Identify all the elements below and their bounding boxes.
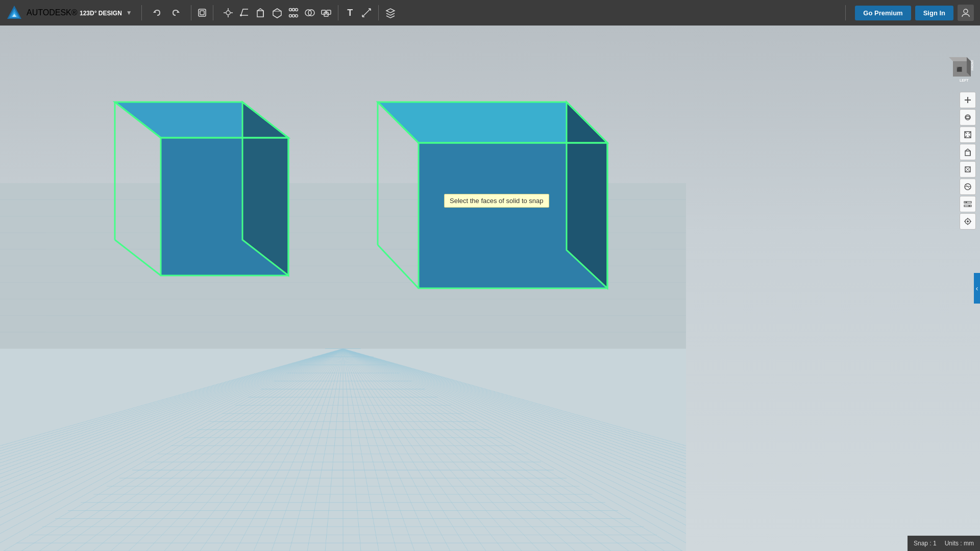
3d-viewport[interactable]: Select the faces of solid to snap LEFT F… xyxy=(0,26,980,551)
render-settings-icon xyxy=(964,200,972,208)
sign-in-button[interactable]: Sign In xyxy=(915,6,953,20)
product-name: 123D° DESIGN xyxy=(80,10,122,17)
wireframe-button[interactable] xyxy=(960,161,976,178)
svg-point-29 xyxy=(964,9,968,13)
shading-icon xyxy=(964,183,972,191)
orbit-button[interactable] xyxy=(960,109,976,126)
toolbar: AUTODESK® 123D° DESIGN ▼ xyxy=(0,0,980,26)
primitives-icon xyxy=(255,7,266,18)
svg-marker-16 xyxy=(273,9,281,18)
app-name-text: AUTODESK® 123D° DESIGN xyxy=(27,8,122,17)
sep5 xyxy=(378,5,379,20)
object-settings-icon xyxy=(964,217,972,226)
layers-tool[interactable] xyxy=(383,5,398,20)
group-icon xyxy=(321,7,332,18)
app-dropdown-arrow[interactable]: ▼ xyxy=(126,9,132,16)
cube-view-icon xyxy=(964,148,972,156)
svg-point-8 xyxy=(226,11,230,15)
pattern-tool[interactable] xyxy=(286,5,301,20)
modify-tool[interactable] xyxy=(270,5,285,20)
primitives-tool[interactable] xyxy=(253,5,268,20)
transform-icon xyxy=(223,7,234,18)
right-toolbar: Go Premium Sign In xyxy=(849,5,980,21)
svg-rect-6 xyxy=(199,9,206,16)
tooltip-text: Select the faces of solid to snap xyxy=(450,197,544,205)
svg-point-18 xyxy=(289,9,291,11)
cube-left[interactable] xyxy=(100,87,314,303)
main-tools-group: T xyxy=(216,5,843,20)
svg-point-73 xyxy=(967,220,969,222)
orbit-icon xyxy=(964,113,972,121)
svg-point-71 xyxy=(969,205,970,207)
svg-rect-7 xyxy=(200,11,204,15)
svg-rect-69 xyxy=(964,205,971,207)
boolean-tool[interactable] xyxy=(302,5,317,20)
cursor-tool-icon[interactable] xyxy=(194,5,210,20)
view-cube-svg: LEFT FRONT ⬛ xyxy=(945,54,978,87)
snap-value: Snap : 1 xyxy=(914,540,937,547)
cursor-icon xyxy=(197,8,207,18)
svg-point-20 xyxy=(295,9,298,11)
undo-button[interactable] xyxy=(149,5,165,21)
user-icon xyxy=(961,8,971,18)
object-settings-button[interactable] xyxy=(960,213,976,230)
svg-point-23 xyxy=(295,15,298,17)
status-bar: Snap : 1 Units : mm xyxy=(908,536,980,551)
view-front-label: FRONT xyxy=(971,60,974,70)
svg-point-70 xyxy=(966,202,967,203)
zoom-in-button[interactable] xyxy=(960,92,976,108)
view-cube[interactable]: LEFT FRONT ⬛ xyxy=(945,54,976,84)
sep3 xyxy=(213,5,213,20)
sketch-tool[interactable] xyxy=(237,5,252,20)
go-premium-button[interactable]: Go Premium xyxy=(855,6,911,20)
sep4 xyxy=(338,5,338,20)
svg-point-19 xyxy=(292,9,295,11)
snap-tooltip: Select the faces of solid to snap xyxy=(444,194,549,208)
cube-right[interactable]: Select the faces of solid to snap xyxy=(403,87,643,318)
svg-rect-14 xyxy=(257,11,263,17)
sep1 xyxy=(141,5,142,20)
zoom-in-icon xyxy=(964,96,972,104)
group-tool[interactable] xyxy=(318,5,334,20)
svg-rect-68 xyxy=(964,202,971,203)
render-settings-button[interactable] xyxy=(960,196,976,212)
zoom-fit-button[interactable] xyxy=(960,127,976,143)
view-controls xyxy=(960,92,976,230)
sep2 xyxy=(191,5,191,20)
svg-point-56 xyxy=(965,115,970,120)
redo-icon xyxy=(171,8,180,17)
svg-point-21 xyxy=(289,15,291,17)
boolean-icon xyxy=(304,7,315,18)
sep6 xyxy=(845,5,846,20)
transform-tool[interactable] xyxy=(220,5,236,20)
svg-point-22 xyxy=(292,15,295,17)
view-left-label: LEFT xyxy=(960,79,969,82)
pattern-icon xyxy=(288,7,299,18)
view-cube-button[interactable] xyxy=(960,144,976,160)
right-panel-toggle[interactable] xyxy=(974,273,980,304)
units-value: Units : mm xyxy=(945,540,974,547)
user-menu-button[interactable] xyxy=(958,5,974,21)
left-cube-svg xyxy=(100,87,314,301)
svg-text:⬛: ⬛ xyxy=(957,66,963,72)
brand-name: AUTODESK® xyxy=(27,8,78,17)
measure-icon xyxy=(361,7,372,18)
layers-icon xyxy=(385,7,396,18)
autodesk-logo-icon xyxy=(6,5,22,21)
svg-rect-62 xyxy=(965,151,970,156)
svg-point-13 xyxy=(240,14,242,16)
wireframe-icon xyxy=(964,165,972,173)
modify-icon xyxy=(272,7,283,18)
redo-button[interactable] xyxy=(167,5,184,21)
sketch-icon xyxy=(239,7,250,18)
shading-button[interactable] xyxy=(960,179,976,195)
zoom-fit-icon xyxy=(964,131,972,139)
undo-redo-group xyxy=(145,5,188,21)
cursor-tools xyxy=(194,5,210,20)
measure-tool[interactable] xyxy=(359,5,374,20)
svg-line-37 xyxy=(115,240,161,276)
undo-icon xyxy=(153,8,162,17)
text-tool[interactable]: T xyxy=(342,5,358,20)
logo-area[interactable]: AUTODESK® 123D° DESIGN ▼ xyxy=(0,5,138,21)
